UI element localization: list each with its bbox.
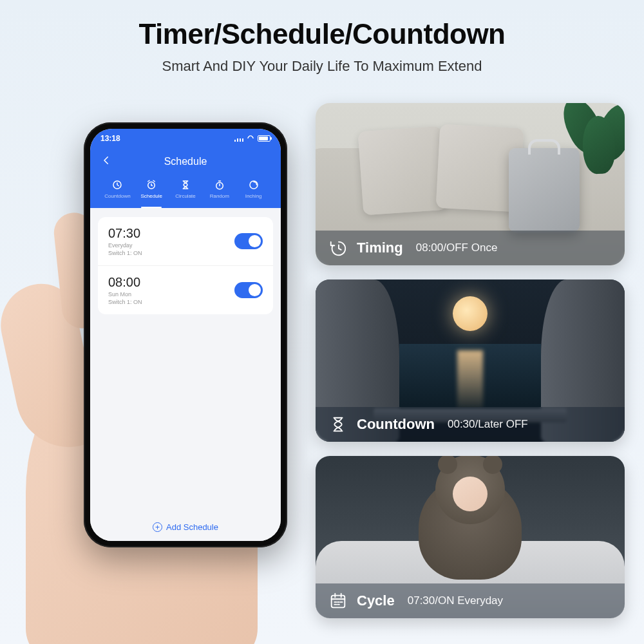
- schedule-toggle[interactable]: [234, 282, 263, 298]
- schedule-row[interactable]: 08:00 Sun Mon Switch 1: ON: [98, 266, 273, 314]
- battery-icon: [258, 135, 270, 142]
- plus-circle-icon: [153, 522, 162, 532]
- signal-icon: [234, 135, 243, 142]
- moon-illustration: [453, 296, 488, 331]
- tab-inching[interactable]: Inching: [236, 179, 270, 199]
- schedule-time: 07:30: [108, 226, 142, 241]
- tile-cycle: Cycle 07:30/ON Everyday: [316, 456, 625, 618]
- stopwatch-icon: [214, 179, 225, 191]
- calendar-icon: [328, 591, 348, 611]
- add-schedule-label: Add Schedule: [166, 522, 218, 532]
- schedule-row[interactable]: 07:30 Everyday Switch 1: ON: [98, 217, 273, 266]
- tile-countdown-label: Countdown: [357, 416, 435, 433]
- tile-cycle-detail: 07:30/ON Everyday: [408, 594, 503, 607]
- tile-countdown: Countdown 00:30/Later OFF: [316, 279, 625, 442]
- hourglass-icon: [180, 179, 191, 191]
- schedule-list: 07:30 Everyday Switch 1: ON 08:00 Sun Mo…: [90, 208, 281, 541]
- tab-schedule[interactable]: Schedule: [135, 179, 169, 199]
- tile-cycle-label: Cycle: [357, 592, 395, 609]
- page-subtitle: Smart And DIY Your Daily Life To Maximum…: [0, 58, 644, 75]
- tile-timing-detail: 08:00/OFF Once: [416, 242, 498, 254]
- tab-label: Inching: [245, 193, 262, 199]
- tab-label: Random: [210, 193, 229, 199]
- back-button[interactable]: [100, 155, 112, 168]
- app-header: Schedule Countdown: [90, 148, 281, 208]
- schedule-switch: Switch 1: ON: [108, 299, 142, 305]
- plant-illustration: [554, 103, 625, 174]
- chevron-left-icon: [100, 155, 112, 166]
- timing-history-icon: [328, 238, 348, 258]
- phone-frame: 13:18 Schedule: [84, 122, 287, 547]
- inching-icon: [248, 179, 260, 191]
- add-schedule-button[interactable]: Add Schedule: [90, 522, 281, 532]
- tab-countdown[interactable]: Countdown: [100, 179, 135, 199]
- tile-timing: Timing 08:00/OFF Once: [316, 103, 625, 265]
- schedule-days: Sun Mon: [108, 291, 142, 298]
- tile-countdown-detail: 00:30/Later OFF: [448, 418, 528, 431]
- status-bar: 13:18: [90, 129, 281, 148]
- header-title: Schedule: [164, 156, 207, 167]
- hand-holding-phone: 13:18 Schedule: [19, 103, 303, 625]
- status-time: 13:18: [100, 134, 120, 143]
- baby-illustration: [406, 456, 535, 580]
- schedule-switch: Switch 1: ON: [108, 250, 142, 256]
- tile-timing-label: Timing: [357, 240, 403, 256]
- schedule-toggle[interactable]: [234, 233, 263, 249]
- schedule-time: 08:00: [108, 275, 142, 290]
- wifi-icon: [246, 134, 255, 143]
- phone-screen: 13:18 Schedule: [90, 129, 281, 541]
- tab-random[interactable]: Random: [202, 179, 236, 199]
- tab-label: Countdown: [104, 193, 130, 199]
- clock-icon: [111, 179, 123, 191]
- schedule-days: Everyday: [108, 242, 142, 249]
- hourglass-icon: [328, 415, 348, 434]
- tab-label: Circulate: [175, 193, 196, 199]
- alarm-icon: [146, 179, 157, 191]
- tab-label: Schedule: [141, 193, 162, 199]
- page-title: Timer/Schedule/Countdown: [0, 18, 644, 50]
- tab-circulate[interactable]: Circulate: [169, 179, 203, 199]
